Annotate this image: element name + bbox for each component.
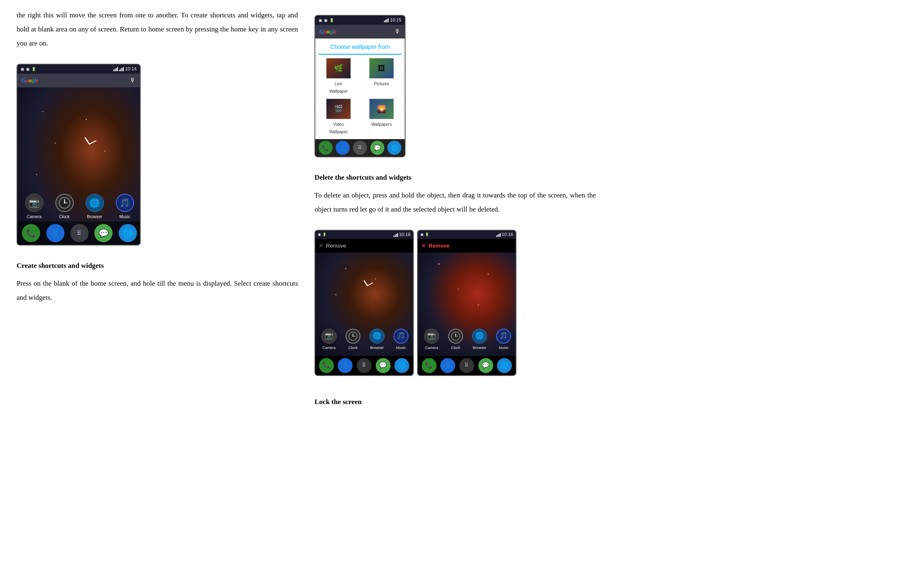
music-app-icon[interactable]: 🎵 Music xyxy=(116,194,134,221)
r2-sb1 xyxy=(496,236,497,237)
wl-dock-sms[interactable]: 💬 xyxy=(370,141,384,155)
lock-screen-heading: Lock the screen xyxy=(314,396,596,409)
dot-5 xyxy=(36,174,37,175)
remove2-x-icon: ✕ xyxy=(421,241,426,251)
pictures-thumb: 🖼 xyxy=(369,58,394,79)
r1-browser-img: 🌐 xyxy=(370,329,384,344)
r1-browser-icon[interactable]: 🌐 Browser xyxy=(370,329,384,351)
dot-2 xyxy=(86,119,87,120)
r1-dock-sms[interactable]: 💬 xyxy=(376,358,391,373)
dock-contacts-icon[interactable]: 👤 xyxy=(46,224,65,242)
sim2-icon: ▣ xyxy=(26,66,30,72)
r2-clock-icon[interactable]: Clock xyxy=(448,329,463,351)
r1-time: 10:16 xyxy=(399,231,410,239)
signal-bar-5 xyxy=(119,70,120,71)
browser-label: Browser xyxy=(87,213,102,221)
svg-line-6 xyxy=(364,281,367,286)
signal-bars-2 xyxy=(119,67,124,71)
r1-clock-icon[interactable]: Clock xyxy=(346,329,360,351)
r1-dock-phone[interactable]: 📞 xyxy=(319,358,334,373)
wl-mic-icon[interactable]: 🎙 xyxy=(395,26,401,37)
r2-dock-globe[interactable]: 🌐 xyxy=(497,358,512,373)
r2-status-right: 10:16 xyxy=(496,231,513,239)
r1-dock-apps[interactable]: ⠿ xyxy=(357,358,372,373)
r2-dock-sms[interactable]: 💬 xyxy=(478,358,493,373)
signal-bar-1 xyxy=(113,70,114,71)
r2-browser-label: Browser xyxy=(473,344,486,351)
r1-dock-globe[interactable]: 🌐 xyxy=(394,358,409,373)
r2-reddot1 xyxy=(438,263,440,265)
phone-mockup-1: ▣ ▣ 🔋 xyxy=(17,64,141,246)
r1-sb3 xyxy=(396,234,397,237)
phone-mockup-remove1: ▣ 🔋 10:16 ✕ Remove xyxy=(314,230,414,376)
status-bar-wallpaper: ▣ ▣ 🔋 10:15 xyxy=(315,16,405,25)
r1-music-icon[interactable]: 🎵 Music xyxy=(394,329,408,351)
status-left-icons: ▣ ▣ 🔋 xyxy=(21,66,36,72)
camera-app-icon[interactable]: 📷 Camera xyxy=(25,194,43,221)
remove2-bar: ✕ Remove xyxy=(418,239,516,253)
mic-icon[interactable]: 🎙 xyxy=(130,75,136,86)
r1-camera-label: Camera xyxy=(322,344,336,351)
dock-globe-icon[interactable]: 🌐 xyxy=(119,224,137,242)
wl-dock-apps[interactable]: ⠿ xyxy=(353,141,367,155)
pictures-label: Pictures xyxy=(374,80,389,88)
r1-clock-svg xyxy=(357,275,378,296)
r2-camera-icon[interactable]: 📷 Camera xyxy=(424,329,439,351)
remove2-text: Remove xyxy=(429,241,450,250)
status-bar-1: ▣ ▣ 🔋 xyxy=(17,65,140,74)
remove1-x-icon: ✕ xyxy=(319,241,324,251)
browser-app-icon[interactable]: 🌐 Browser xyxy=(86,194,104,221)
r2-clock-face xyxy=(451,331,461,341)
r1-dock-contacts[interactable]: 👤 xyxy=(338,358,353,373)
r1-camera-icon[interactable]: 📷 Camera xyxy=(322,329,336,351)
clock-label-1: Clock xyxy=(59,213,70,221)
dock-phone-icon[interactable]: 📞 xyxy=(22,224,40,242)
r2-dock: 📞 👤 ⠿ 💬 🌐 xyxy=(418,356,516,375)
signal-bar-6 xyxy=(120,69,121,71)
r2-sb4 xyxy=(500,233,501,237)
wl-sbar3 xyxy=(386,19,387,22)
wl-sbar4 xyxy=(388,18,389,22)
r1-sb2 xyxy=(395,235,396,237)
wl-signal: 10:15 xyxy=(384,16,401,24)
wallpaper-item-pictures[interactable]: 🖼 Pictures xyxy=(362,58,401,95)
wl-search-bar[interactable]: Google 🎙 xyxy=(315,25,405,39)
clock-app-icon[interactable]: Clock xyxy=(55,194,74,221)
delete-shortcuts-heading: Delete the shortcuts and widgets xyxy=(314,171,596,184)
r2-music-icon[interactable]: 🎵 Music xyxy=(496,329,511,351)
wallpapers-label: Wallpapers xyxy=(371,121,392,128)
remove1-bar: ✕ Remove xyxy=(315,239,413,253)
wl-dock-contacts[interactable]: 👤 xyxy=(336,141,350,155)
r2-dock-phone[interactable]: 📞 xyxy=(422,358,437,373)
phone-mockup-remove2: ▣ 🔋 10:16 ✕ Remove xyxy=(417,230,516,376)
r1-music-label: Music xyxy=(396,344,406,351)
r2-status-left: ▣ 🔋 xyxy=(420,232,429,238)
wallpaper-item-live[interactable]: 🌿 LiveWallpaper xyxy=(319,58,358,95)
remove2-home-screen: 📷 Camera xyxy=(418,253,516,356)
r1-camera-img: 📷 xyxy=(322,329,336,344)
r2-dock-contacts[interactable]: 👤 xyxy=(440,358,455,373)
r2-browser-icon[interactable]: 🌐 Browser xyxy=(472,329,487,351)
dock-apps-icon[interactable]: ⠿ xyxy=(70,224,89,242)
r1-clock-face xyxy=(348,331,358,341)
wl-dock-globe[interactable]: 🌐 xyxy=(387,141,401,155)
analog-clock xyxy=(77,132,102,161)
create-shortcuts-paragraph: Press on the blank of the home screen, a… xyxy=(17,277,298,305)
r2-clock-img xyxy=(448,329,463,344)
r2-dock-apps[interactable]: ⠿ xyxy=(459,358,474,373)
r2-reddot4 xyxy=(478,304,479,306)
status-icons-wl: ▣ ▣ 🔋 xyxy=(319,17,334,24)
r1-status-right: 10:16 xyxy=(394,231,410,239)
wallpaper-item-video[interactable]: 🎬 VideoWallpaper xyxy=(319,99,358,136)
r2-browser-img: 🌐 xyxy=(472,329,487,344)
app-icons-row-1: 📷 Camera Clock xyxy=(17,190,141,224)
google-logo: Google xyxy=(22,75,38,86)
search-bar-1[interactable]: Google 🎙 xyxy=(17,74,140,87)
wallpaper-dialog: Choose wallpaper from 🌿 LiveWallpaper 🖼 … xyxy=(315,39,405,139)
signal-bar-3 xyxy=(116,68,117,71)
dock-sms-icon[interactable]: 💬 xyxy=(94,224,113,242)
r1-dot1 xyxy=(345,268,346,269)
wl-dock-phone[interactable]: 📞 xyxy=(319,141,333,155)
live-wallpaper-label: LiveWallpaper xyxy=(329,80,348,95)
wallpaper-item-wallpapers[interactable]: 🌄 Wallpapers xyxy=(362,99,401,136)
